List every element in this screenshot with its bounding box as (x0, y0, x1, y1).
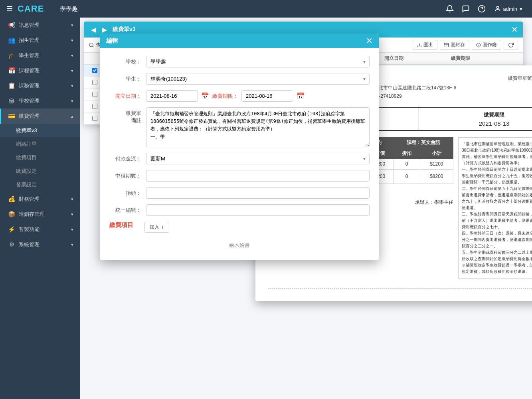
bill-window-close-button[interactable]: ✕ (511, 26, 518, 34)
student-select-wrapper: 林奕奇(100123) ▾ (146, 73, 370, 85)
preview-th-course: 課程：英文會話 (394, 137, 453, 148)
row-check[interactable] (89, 104, 101, 109)
admin-button[interactable]: admin ▾ (491, 4, 526, 14)
sidebar-label-affair: 課務管理 (19, 82, 68, 89)
billing-icon: 💳 (8, 113, 16, 120)
due-date-input[interactable] (241, 90, 293, 102)
help-button[interactable] (475, 2, 488, 15)
sidebar-label-billing: 繳費管理 (19, 113, 68, 120)
top-navigation: ☰ CARE 學學趣 admin ▾ (0, 0, 532, 18)
void-icon (476, 43, 481, 47)
student-select[interactable]: 林奕奇(100123) (146, 73, 370, 85)
svg-point-2 (496, 6, 498, 8)
row-check[interactable] (89, 92, 101, 97)
preview-due-header: 繳費期限 (425, 111, 532, 119)
preview-due-value: 2021-08-13 (425, 120, 532, 127)
preview-signer-label: 承辦人：學學主任 (415, 199, 453, 206)
prev-arrow-button[interactable]: ◀ (89, 25, 98, 34)
row-checkbox[interactable] (92, 104, 97, 109)
open-date-input[interactable] (146, 90, 198, 102)
sub-online-order-label: 網路訂單 (16, 140, 37, 148)
refresh-button[interactable] (504, 41, 518, 49)
sidebar-item-inventory[interactable]: 📦 進銷存管理 ▾ (0, 207, 80, 222)
admin-chevron: ▾ (520, 6, 522, 12)
sidebar-label-finance: 財務管理 (19, 196, 68, 203)
row-checkbox[interactable] (92, 116, 97, 121)
hamburger-icon[interactable]: ☰ (6, 4, 13, 13)
edit-dialog-header: 編輯 ✕ (100, 34, 379, 48)
sidebar-item-course[interactable]: 📅 課程管理 ▾ (0, 63, 80, 78)
school-icon: 🏛 (8, 98, 16, 105)
sidebar-sub-online-order[interactable]: 網路訂單 (0, 137, 80, 151)
payment-select[interactable]: 藍新M (146, 153, 370, 164)
sidebar-sub-fee-settings[interactable]: 繳費設定 (0, 164, 80, 178)
chevron-news: ▾ (71, 23, 73, 28)
edit-dialog-title: 編輯 (106, 37, 118, 45)
row-checkbox[interactable] (92, 92, 97, 97)
sidebar-label-inventory: 進銷存管理 (19, 211, 68, 218)
chat-button[interactable] (459, 2, 472, 15)
system-icon: ⚙ (8, 241, 16, 248)
search-icon (89, 42, 94, 48)
sidebar-item-custom[interactable]: ⚡ 客製功能 ▾ (0, 222, 80, 237)
sub-fee-settings-label: 繳費設定 (16, 168, 37, 175)
preview-due-cell: 繳費期限 2021-08-13 (419, 108, 532, 130)
sidebar-label-student: 學生管理 (19, 52, 68, 59)
sidebar-sub-fee-items[interactable]: 繳費項目 (0, 151, 80, 164)
void-button[interactable]: 圖作廢 (472, 40, 501, 50)
next-arrow-button[interactable]: ▶ (100, 25, 109, 34)
preview-bottom-dashes (268, 288, 532, 292)
notes-textarea[interactable]: 「臺北市短期補習班管理規則」業經臺北市政府108年4月30日臺北市政府(108)… (146, 107, 370, 147)
preview-bill-no-label: 繳費單單號： (508, 75, 532, 81)
sidebar-item-finance[interactable]: 💰 財務管理 ▾ (0, 192, 80, 207)
item-discount: 0 (394, 159, 420, 169)
tax-input[interactable] (146, 204, 370, 216)
chevron-school: ▾ (71, 99, 73, 104)
school-select[interactable]: 學學趣 (146, 56, 370, 67)
open-date-calendar-icon[interactable]: 📅 (201, 92, 209, 100)
row-check[interactable] (89, 68, 101, 73)
caption-input[interactable] (146, 187, 370, 199)
payment-row: 付款金流： 藍新M ▾ (109, 153, 370, 164)
sidebar-item-billing[interactable]: 💳 繳費管理 ▴ (0, 109, 80, 124)
footer-hint: 繪木繪書 (109, 239, 370, 252)
archive-icon (444, 43, 449, 47)
sidebar-item-affair[interactable]: 📋 課務管理 ▾ (0, 78, 80, 93)
bell-button[interactable] (443, 2, 456, 15)
sidebar-label-course: 課程管理 (19, 67, 68, 74)
recruit-icon: 👥 (8, 37, 16, 44)
col-check (89, 55, 101, 62)
export-button[interactable]: 匯出 (413, 40, 437, 50)
row-check[interactable] (89, 80, 101, 85)
school-name: 學學趣 (60, 5, 443, 13)
school-row: 學校： 學學趣 ▾ (109, 56, 370, 67)
brand-logo: CARE (18, 4, 44, 14)
add-fee-item-button[interactable]: 加入（ (144, 222, 169, 233)
custom-icon: ⚡ (8, 226, 16, 233)
school-select-wrapper: 學學趣 ▾ (146, 56, 370, 67)
sidebar-item-system[interactable]: ⚙ 系統管理 ▾ (0, 237, 80, 252)
edit-dialog-close-button[interactable]: ✕ (366, 37, 373, 45)
archive-button[interactable]: 圖封存 (440, 40, 469, 50)
due-date-calendar-icon[interactable]: 📅 (297, 92, 305, 100)
sidebar-sub-bill-v3[interactable]: 繳費單v3 (0, 124, 80, 137)
sidebar-item-school[interactable]: 🏛 學校管理 ▾ (0, 93, 80, 109)
payment-label: 付款金流： (109, 155, 141, 162)
affair-icon: 📋 (8, 82, 16, 89)
period-row: 中租期數： (109, 170, 370, 182)
svg-point-3 (89, 43, 93, 46)
sidebar-label-recruit: 招生管理 (19, 37, 68, 44)
sidebar-item-news[interactable]: 📢 訊息管理 ▾ (0, 18, 80, 33)
period-input[interactable] (146, 170, 370, 182)
sidebar-item-recruit[interactable]: 👥 招生管理 ▾ (0, 33, 80, 48)
row-checkbox[interactable] (92, 80, 97, 85)
row-check[interactable] (89, 116, 101, 121)
edit-dialog: 編輯 ✕ 學校： 學學趣 ▾ 學生： 林奕奇(100123) (100, 34, 379, 260)
edit-dialog-body: 學校： 學學趣 ▾ 學生： 林奕奇(100123) ▾ (100, 48, 379, 260)
sidebar-sub-invoice-settings[interactable]: 發票設定 (0, 178, 80, 192)
sidebar-item-student[interactable]: 🎓 學生管理 ▾ (0, 48, 80, 63)
row-checkbox[interactable] (92, 68, 97, 73)
date-row-inputs: 📅 繳費期限： 📅 (146, 90, 305, 102)
item-subtotal: $1200 (420, 159, 453, 169)
finance-icon: 💰 (8, 196, 16, 203)
